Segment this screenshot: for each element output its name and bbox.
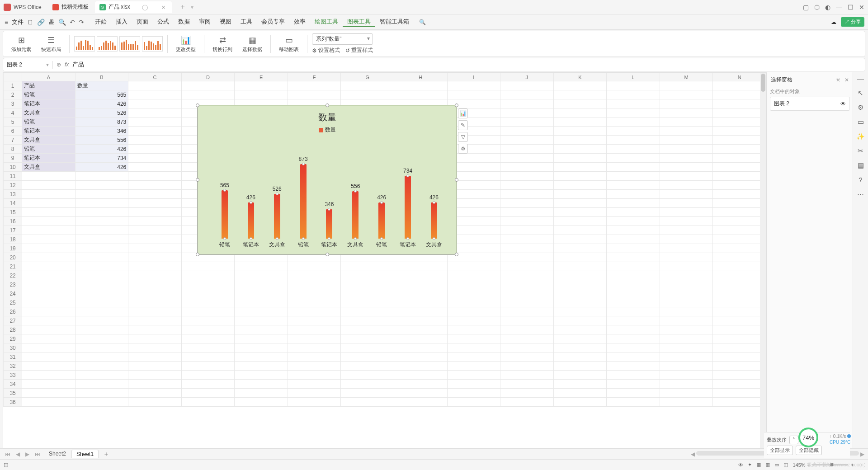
cell[interactable] — [607, 163, 660, 172]
cell[interactable] — [553, 325, 607, 334]
cell[interactable] — [341, 334, 394, 343]
cell[interactable] — [128, 307, 182, 316]
cell[interactable] — [447, 343, 500, 352]
cell[interactable] — [22, 362, 75, 371]
cell[interactable] — [181, 325, 235, 334]
row-header[interactable]: 5 — [4, 118, 22, 127]
bring-forward-button[interactable]: ˄ — [789, 436, 798, 444]
crop-tool-icon[interactable]: ✂ — [858, 147, 863, 155]
cell[interactable] — [500, 81, 554, 90]
panel-icon[interactable]: ▢ — [803, 4, 809, 11]
cell[interactable] — [607, 298, 660, 307]
cell[interactable] — [22, 343, 75, 352]
status-icon[interactable]: ◫ — [4, 462, 8, 468]
cell[interactable] — [553, 127, 607, 136]
cell[interactable] — [75, 289, 128, 298]
cell[interactable] — [500, 145, 554, 154]
cell[interactable] — [660, 271, 713, 280]
redo-icon[interactable]: ↷ — [78, 19, 85, 26]
cell[interactable] — [500, 362, 554, 371]
cell[interactable] — [553, 226, 607, 235]
cell[interactable] — [500, 163, 554, 172]
cell[interactable] — [181, 280, 235, 289]
cell[interactable] — [447, 90, 500, 99]
set-format-button[interactable]: ⚙ 设置格式 — [312, 47, 340, 54]
cell[interactable] — [447, 334, 500, 343]
cell[interactable] — [235, 343, 288, 352]
cell[interactable] — [553, 172, 607, 181]
chart-bar[interactable] — [248, 202, 254, 239]
cell[interactable] — [713, 172, 766, 181]
cell[interactable] — [607, 325, 660, 334]
cell[interactable] — [660, 389, 713, 398]
cell[interactable] — [22, 334, 75, 343]
cell[interactable] — [713, 190, 766, 199]
cell[interactable] — [235, 271, 288, 280]
cell[interactable] — [235, 371, 288, 380]
cell[interactable] — [128, 190, 182, 199]
cell[interactable] — [22, 307, 75, 316]
cell[interactable]: 文具盒 — [22, 136, 75, 145]
cell[interactable] — [713, 280, 766, 289]
cell[interactable] — [500, 307, 554, 316]
cell[interactable] — [394, 325, 447, 334]
cell[interactable] — [500, 325, 554, 334]
cell[interactable] — [341, 262, 394, 271]
row-header[interactable]: 17 — [4, 226, 22, 235]
cell[interactable] — [553, 280, 607, 289]
add-element-button[interactable]: ⊞添加元素 — [8, 35, 35, 53]
row-header[interactable]: 12 — [4, 181, 22, 190]
cell[interactable]: 文具盒 — [22, 163, 75, 172]
cell[interactable] — [447, 316, 500, 325]
menu-绘图工具[interactable]: 绘图工具 — [310, 18, 343, 27]
cell[interactable] — [235, 334, 288, 343]
cell[interactable] — [181, 289, 235, 298]
file-menu[interactable]: 文件 — [11, 18, 24, 26]
cell[interactable] — [128, 181, 182, 190]
cell[interactable] — [553, 208, 607, 217]
cell[interactable] — [394, 262, 447, 271]
cell[interactable] — [660, 316, 713, 325]
tab-template[interactable]: 找稻壳模板 — [48, 1, 93, 13]
cell[interactable] — [341, 352, 394, 362]
col-header[interactable]: D — [181, 73, 235, 81]
cell[interactable] — [235, 280, 288, 289]
cell[interactable] — [713, 108, 766, 118]
cell[interactable] — [500, 235, 554, 244]
cell[interactable] — [75, 371, 128, 380]
cell[interactable] — [447, 398, 500, 407]
cell[interactable] — [75, 389, 128, 398]
row-header[interactable]: 31 — [4, 352, 22, 362]
chart-bar[interactable] — [378, 202, 385, 239]
panel-tool-icon[interactable]: ▭ — [858, 118, 864, 126]
cell[interactable]: 铅笔 — [22, 90, 75, 99]
cell[interactable]: 笔记本 — [22, 127, 75, 136]
cell[interactable] — [128, 81, 182, 90]
cell[interactable] — [553, 108, 607, 118]
cell[interactable] — [553, 190, 607, 199]
pin-icon[interactable]: ⤧ — [836, 77, 840, 83]
row-header[interactable]: 18 — [4, 235, 22, 244]
cell[interactable] — [128, 334, 182, 343]
cell[interactable] — [22, 371, 75, 380]
cell[interactable] — [607, 172, 660, 181]
select-tool-icon[interactable]: ↖ — [858, 89, 863, 97]
cell[interactable] — [128, 226, 182, 235]
cell[interactable] — [235, 362, 288, 371]
cell[interactable] — [75, 362, 128, 371]
cell[interactable] — [713, 181, 766, 190]
col-header[interactable]: E — [235, 73, 288, 81]
cell[interactable] — [660, 235, 713, 244]
cell[interactable] — [500, 334, 554, 343]
cell[interactable]: 426 — [75, 99, 128, 108]
cell[interactable] — [75, 316, 128, 325]
cell[interactable] — [713, 262, 766, 271]
cell[interactable] — [660, 253, 713, 262]
cell[interactable] — [128, 316, 182, 325]
col-header[interactable]: C — [128, 73, 182, 81]
menu-图表工具[interactable]: 图表工具 — [343, 18, 375, 27]
hscroll-left[interactable]: ◀ — [691, 451, 695, 457]
select-data-button[interactable]: ▦选择数据 — [239, 35, 266, 53]
cell[interactable] — [447, 389, 500, 398]
chart-bar[interactable] — [431, 202, 437, 239]
